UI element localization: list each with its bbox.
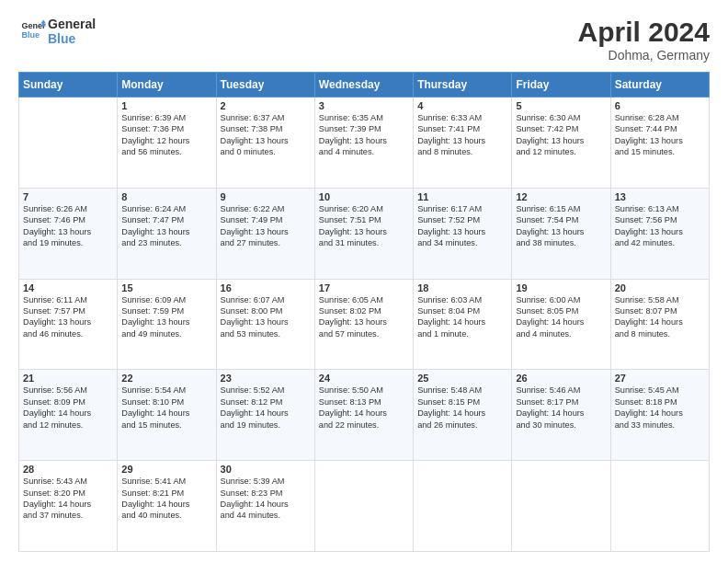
- calendar-cell: [314, 461, 413, 552]
- day-number: 21: [23, 373, 113, 384]
- day-details: Sunrise: 5:43 AM Sunset: 8:20 PM Dayligh…: [23, 476, 113, 522]
- calendar-cell: 14Sunrise: 6:11 AM Sunset: 7:57 PM Dayli…: [19, 279, 118, 370]
- calendar-cell: 15Sunrise: 6:09 AM Sunset: 7:59 PM Dayli…: [118, 279, 216, 370]
- day-number: 9: [221, 191, 311, 202]
- day-number: 5: [516, 100, 606, 111]
- calendar-cell: 17Sunrise: 6:05 AM Sunset: 8:02 PM Dayli…: [314, 279, 413, 370]
- day-number: 12: [516, 191, 606, 202]
- day-number: 18: [417, 282, 507, 293]
- day-number: 27: [615, 373, 705, 384]
- calendar-cell: 19Sunrise: 6:00 AM Sunset: 8:05 PM Dayli…: [512, 279, 610, 370]
- day-details: Sunrise: 6:05 AM Sunset: 8:02 PM Dayligh…: [319, 294, 409, 340]
- day-details: Sunrise: 6:15 AM Sunset: 7:54 PM Dayligh…: [516, 203, 606, 249]
- calendar-cell: 18Sunrise: 6:03 AM Sunset: 8:04 PM Dayli…: [414, 279, 512, 370]
- calendar-cell: 20Sunrise: 5:58 AM Sunset: 8:07 PM Dayli…: [610, 279, 709, 370]
- day-number: 6: [615, 100, 705, 111]
- calendar-cell: 28Sunrise: 5:43 AM Sunset: 8:20 PM Dayli…: [19, 461, 118, 552]
- calendar-cell: 12Sunrise: 6:15 AM Sunset: 7:54 PM Dayli…: [512, 188, 610, 279]
- day-number: 10: [319, 191, 409, 202]
- day-details: Sunrise: 6:09 AM Sunset: 7:59 PM Dayligh…: [121, 294, 211, 340]
- day-details: Sunrise: 6:37 AM Sunset: 7:38 PM Dayligh…: [221, 112, 311, 158]
- calendar-cell: 5Sunrise: 6:30 AM Sunset: 7:42 PM Daylig…: [512, 98, 610, 189]
- calendar-cell: [512, 461, 610, 552]
- calendar-cell: 9Sunrise: 6:22 AM Sunset: 7:49 PM Daylig…: [216, 188, 314, 279]
- day-number: 30: [221, 464, 311, 475]
- calendar-cell: 24Sunrise: 5:50 AM Sunset: 8:13 PM Dayli…: [314, 370, 413, 461]
- header: General Blue General Blue April 2024 Doh…: [18, 17, 710, 63]
- day-number: 26: [516, 373, 606, 384]
- day-number: 16: [221, 282, 311, 293]
- calendar-week-row: 7Sunrise: 6:26 AM Sunset: 7:46 PM Daylig…: [19, 188, 710, 279]
- calendar-cell: 21Sunrise: 5:56 AM Sunset: 8:09 PM Dayli…: [19, 370, 118, 461]
- day-details: Sunrise: 6:00 AM Sunset: 8:05 PM Dayligh…: [516, 294, 606, 340]
- logo-general: General: [48, 17, 96, 31]
- day-details: Sunrise: 6:13 AM Sunset: 7:56 PM Dayligh…: [615, 203, 705, 249]
- day-details: Sunrise: 6:07 AM Sunset: 8:00 PM Dayligh…: [221, 294, 311, 340]
- calendar-cell: [414, 461, 512, 552]
- calendar-cell: 2Sunrise: 6:37 AM Sunset: 7:38 PM Daylig…: [216, 98, 314, 189]
- day-number: 13: [615, 191, 705, 202]
- day-number: 15: [121, 282, 211, 293]
- calendar-week-row: 14Sunrise: 6:11 AM Sunset: 7:57 PM Dayli…: [19, 279, 710, 370]
- calendar-cell: 6Sunrise: 6:28 AM Sunset: 7:44 PM Daylig…: [610, 98, 709, 189]
- calendar-cell: 10Sunrise: 6:20 AM Sunset: 7:51 PM Dayli…: [314, 188, 413, 279]
- day-number: 22: [121, 373, 211, 384]
- day-details: Sunrise: 6:35 AM Sunset: 7:39 PM Dayligh…: [319, 112, 409, 158]
- day-details: Sunrise: 6:26 AM Sunset: 7:46 PM Dayligh…: [23, 203, 113, 249]
- day-details: Sunrise: 6:30 AM Sunset: 7:42 PM Dayligh…: [516, 112, 606, 158]
- calendar-cell: 8Sunrise: 6:24 AM Sunset: 7:47 PM Daylig…: [118, 188, 216, 279]
- day-number: 28: [23, 464, 113, 475]
- title-block: April 2024 Dohma, Germany: [578, 17, 710, 63]
- day-details: Sunrise: 5:46 AM Sunset: 8:17 PM Dayligh…: [516, 385, 606, 431]
- calendar-cell: 25Sunrise: 5:48 AM Sunset: 8:15 PM Dayli…: [414, 370, 512, 461]
- day-number: 2: [221, 100, 311, 111]
- day-number: 14: [23, 282, 113, 293]
- day-number: 19: [516, 282, 606, 293]
- day-number: 4: [417, 100, 507, 111]
- day-details: Sunrise: 5:50 AM Sunset: 8:13 PM Dayligh…: [319, 385, 409, 431]
- logo-blue: Blue: [48, 31, 96, 46]
- day-details: Sunrise: 6:39 AM Sunset: 7:36 PM Dayligh…: [121, 112, 211, 158]
- logo: General Blue General Blue: [18, 17, 96, 46]
- day-number: 11: [417, 191, 507, 202]
- day-details: Sunrise: 5:54 AM Sunset: 8:10 PM Dayligh…: [121, 385, 211, 431]
- calendar-week-row: 28Sunrise: 5:43 AM Sunset: 8:20 PM Dayli…: [19, 461, 710, 552]
- weekday-header-cell: Friday: [512, 73, 610, 98]
- day-details: Sunrise: 5:48 AM Sunset: 8:15 PM Dayligh…: [417, 385, 507, 431]
- calendar-cell: 3Sunrise: 6:35 AM Sunset: 7:39 PM Daylig…: [314, 98, 413, 189]
- calendar-cell: 13Sunrise: 6:13 AM Sunset: 7:56 PM Dayli…: [610, 188, 709, 279]
- weekday-header-cell: Monday: [118, 73, 216, 98]
- day-number: 17: [319, 282, 409, 293]
- calendar-table: SundayMondayTuesdayWednesdayThursdayFrid…: [18, 72, 710, 552]
- day-number: 8: [121, 191, 211, 202]
- calendar-cell: 27Sunrise: 5:45 AM Sunset: 8:18 PM Dayli…: [610, 370, 709, 461]
- weekday-header-cell: Wednesday: [314, 73, 413, 98]
- day-number: 3: [319, 100, 409, 111]
- svg-text:Blue: Blue: [21, 30, 40, 40]
- day-details: Sunrise: 5:52 AM Sunset: 8:12 PM Dayligh…: [221, 385, 311, 431]
- calendar-cell: 30Sunrise: 5:39 AM Sunset: 8:23 PM Dayli…: [216, 461, 314, 552]
- day-details: Sunrise: 5:56 AM Sunset: 8:09 PM Dayligh…: [23, 385, 113, 431]
- day-details: Sunrise: 5:39 AM Sunset: 8:23 PM Dayligh…: [221, 476, 311, 522]
- day-details: Sunrise: 5:45 AM Sunset: 8:18 PM Dayligh…: [615, 385, 705, 431]
- day-details: Sunrise: 5:58 AM Sunset: 8:07 PM Dayligh…: [615, 294, 705, 340]
- day-details: Sunrise: 6:24 AM Sunset: 7:47 PM Dayligh…: [121, 203, 211, 249]
- calendar-cell: 1Sunrise: 6:39 AM Sunset: 7:36 PM Daylig…: [118, 98, 216, 189]
- day-details: Sunrise: 6:03 AM Sunset: 8:04 PM Dayligh…: [417, 294, 507, 340]
- calendar-cell: 16Sunrise: 6:07 AM Sunset: 8:00 PM Dayli…: [216, 279, 314, 370]
- calendar-cell: 26Sunrise: 5:46 AM Sunset: 8:17 PM Dayli…: [512, 370, 610, 461]
- calendar-cell: 4Sunrise: 6:33 AM Sunset: 7:41 PM Daylig…: [414, 98, 512, 189]
- location-title: Dohma, Germany: [578, 48, 710, 63]
- day-details: Sunrise: 6:11 AM Sunset: 7:57 PM Dayligh…: [23, 294, 113, 340]
- day-details: Sunrise: 6:33 AM Sunset: 7:41 PM Dayligh…: [417, 112, 507, 158]
- calendar-cell: [19, 98, 118, 189]
- calendar-cell: 11Sunrise: 6:17 AM Sunset: 7:52 PM Dayli…: [414, 188, 512, 279]
- day-number: 1: [121, 100, 211, 111]
- calendar-cell: 23Sunrise: 5:52 AM Sunset: 8:12 PM Dayli…: [216, 370, 314, 461]
- calendar-week-row: 21Sunrise: 5:56 AM Sunset: 8:09 PM Dayli…: [19, 370, 710, 461]
- calendar-cell: 22Sunrise: 5:54 AM Sunset: 8:10 PM Dayli…: [118, 370, 216, 461]
- day-details: Sunrise: 6:22 AM Sunset: 7:49 PM Dayligh…: [221, 203, 311, 249]
- calendar-cell: 29Sunrise: 5:41 AM Sunset: 8:21 PM Dayli…: [118, 461, 216, 552]
- calendar-body: 1Sunrise: 6:39 AM Sunset: 7:36 PM Daylig…: [19, 98, 710, 552]
- day-number: 24: [319, 373, 409, 384]
